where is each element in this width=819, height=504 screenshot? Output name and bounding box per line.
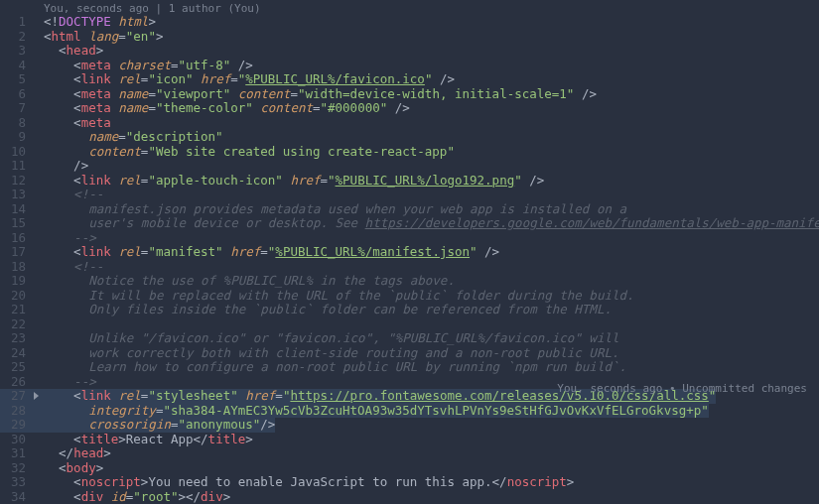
code-content[interactable]: <link rel="manifest" href="%PUBLIC_URL%/… <box>44 245 499 260</box>
code-content[interactable]: <html lang="en"> <box>44 30 163 45</box>
gutter <box>32 289 44 304</box>
code-content[interactable]: <meta <box>44 116 111 131</box>
code-editor[interactable]: 1<!DOCTYPE html>2<html lang="en">3 <head… <box>0 15 819 504</box>
code-line[interactable]: 6 <meta name="viewport" content="width=d… <box>0 87 819 102</box>
code-line[interactable]: 11 /> <box>0 159 819 174</box>
code-line[interactable]: 8 <meta <box>0 116 819 131</box>
code-line[interactable]: 12 <link rel="apple-touch-icon" href="%P… <box>0 174 819 189</box>
line-number: 25 <box>0 360 32 375</box>
code-line[interactable]: 34 <div id="root"></div> <box>0 490 819 505</box>
code-content[interactable]: <!DOCTYPE html> <box>44 15 156 30</box>
code-line[interactable]: 9 name="description" <box>0 130 819 145</box>
code-content[interactable]: crossorigin="anonymous"/> <box>44 418 275 433</box>
code-content[interactable]: user's mobile device or desktop. See htt… <box>44 216 819 231</box>
code-line[interactable]: 30 <title>React App</title> <box>0 433 819 447</box>
code-line[interactable]: 16 --> <box>0 231 819 246</box>
line-number: 26 <box>0 375 32 390</box>
codelens-inline[interactable]: You, seconds ago • Uncommitted changes <box>557 382 807 395</box>
gutter <box>32 375 44 390</box>
chevron-right-icon[interactable] <box>32 389 44 404</box>
code-line[interactable]: 10 content="Web site created using creat… <box>0 145 819 160</box>
gutter <box>32 159 44 174</box>
code-line[interactable]: 28 integrity="sha384-AYmEC3Yw5cVb3ZcuHtO… <box>0 404 819 419</box>
code-line[interactable]: 29 crossorigin="anonymous"/> <box>0 418 819 433</box>
code-line[interactable]: 1<!DOCTYPE html> <box>0 15 819 30</box>
code-line[interactable]: 19 Notice the use of %PUBLIC_URL% in the… <box>0 274 819 289</box>
line-number: 17 <box>0 245 32 260</box>
code-content[interactable]: <meta charset="utf-8" /> <box>44 59 253 73</box>
code-content[interactable]: <body> <box>44 461 103 476</box>
line-number: 28 <box>0 404 32 419</box>
line-number: 27 <box>0 389 32 404</box>
gutter <box>32 216 44 231</box>
line-number: 7 <box>0 101 32 116</box>
code-content[interactable]: <head> <box>44 44 103 59</box>
code-content[interactable]: It will be replaced with the URL of the … <box>44 289 634 304</box>
code-line[interactable]: 23 Unlike "/favicon.ico" or "favicon.ico… <box>0 331 819 346</box>
code-content[interactable]: Only files inside the `public` folder ca… <box>44 303 612 317</box>
code-content[interactable]: <div id="root"></div> <box>44 490 230 505</box>
line-number: 3 <box>0 44 32 59</box>
code-content[interactable]: --> <box>44 375 96 390</box>
codelens-top[interactable]: You, seconds ago | 1 author (You) <box>0 0 819 15</box>
gutter <box>32 346 44 361</box>
gutter <box>32 303 44 317</box>
gutter <box>32 360 44 375</box>
code-line[interactable]: 32 <body> <box>0 461 819 476</box>
line-number: 23 <box>0 331 32 346</box>
code-line[interactable]: 5 <link rel="icon" href="%PUBLIC_URL%/fa… <box>0 72 819 87</box>
gutter <box>32 130 44 145</box>
code-content[interactable]: Unlike "/favicon.ico" or "favicon.ico", … <box>44 331 618 346</box>
code-line[interactable]: 24 work correctly both with client-side … <box>0 346 819 361</box>
code-content[interactable]: integrity="sha384-AYmEC3Yw5cVb3ZcuHtOA93… <box>44 404 709 419</box>
code-content[interactable]: <noscript>You need to enable JavaScript … <box>44 475 574 490</box>
code-line[interactable]: 20 It will be replaced with the URL of t… <box>0 289 819 304</box>
code-line[interactable]: 25 Learn how to configure a non-root pub… <box>0 360 819 375</box>
code-line[interactable]: 3 <head> <box>0 44 819 59</box>
code-content[interactable] <box>44 317 52 332</box>
line-number: 2 <box>0 30 32 45</box>
line-number: 31 <box>0 446 32 461</box>
code-content[interactable]: Notice the use of %PUBLIC_URL% in the ta… <box>44 274 455 289</box>
code-content[interactable]: /> <box>44 159 88 174</box>
code-line[interactable]: 33 <noscript>You need to enable JavaScri… <box>0 475 819 490</box>
gutter <box>32 202 44 217</box>
code-line[interactable]: 13 <!-- <box>0 188 819 202</box>
code-line[interactable]: 2<html lang="en"> <box>0 30 819 45</box>
code-line[interactable]: 18 <!-- <box>0 260 819 275</box>
code-line[interactable]: 4 <meta charset="utf-8" /> <box>0 59 819 73</box>
gutter <box>32 475 44 490</box>
gutter <box>32 433 44 447</box>
code-line[interactable]: 17 <link rel="manifest" href="%PUBLIC_UR… <box>0 245 819 260</box>
code-content[interactable]: --> <box>44 231 96 246</box>
line-number: 10 <box>0 145 32 160</box>
line-number: 13 <box>0 188 32 202</box>
code-content[interactable]: <link rel="icon" href="%PUBLIC_URL%/favi… <box>44 72 455 87</box>
code-line[interactable]: 21 Only files inside the `public` folder… <box>0 303 819 317</box>
code-content[interactable]: manifest.json provides metadata used whe… <box>44 202 626 217</box>
line-number: 8 <box>0 116 32 131</box>
code-content[interactable]: <!-- <box>44 260 103 275</box>
code-line[interactable]: 15 user's mobile device or desktop. See … <box>0 216 819 231</box>
code-content[interactable]: <meta name="theme-color" content="#00000… <box>44 101 410 116</box>
gutter <box>32 15 44 30</box>
code-line[interactable]: 31 </head> <box>0 446 819 461</box>
code-content[interactable]: content="Web site created using create-r… <box>44 145 455 160</box>
code-line[interactable]: 14 manifest.json provides metadata used … <box>0 202 819 217</box>
code-content[interactable]: Learn how to configure a non-root public… <box>44 360 626 375</box>
gutter <box>32 188 44 202</box>
code-content[interactable]: <meta name="viewport" content="width=dev… <box>44 87 597 102</box>
code-line[interactable]: 7 <meta name="theme-color" content="#000… <box>0 101 819 116</box>
code-content[interactable]: <link rel="apple-touch-icon" href="%PUBL… <box>44 174 544 189</box>
line-number: 4 <box>0 59 32 73</box>
code-content[interactable]: name="description" <box>44 130 223 145</box>
gutter <box>32 404 44 419</box>
code-content[interactable]: </head> <box>44 446 111 461</box>
code-content[interactable]: <title>React App</title> <box>44 433 253 447</box>
gutter <box>32 116 44 131</box>
gutter <box>32 72 44 87</box>
line-number: 5 <box>0 72 32 87</box>
code-line[interactable]: 22 <box>0 317 819 332</box>
code-content[interactable]: work correctly both with client-side rou… <box>44 346 618 361</box>
code-content[interactable]: <!-- <box>44 188 103 202</box>
